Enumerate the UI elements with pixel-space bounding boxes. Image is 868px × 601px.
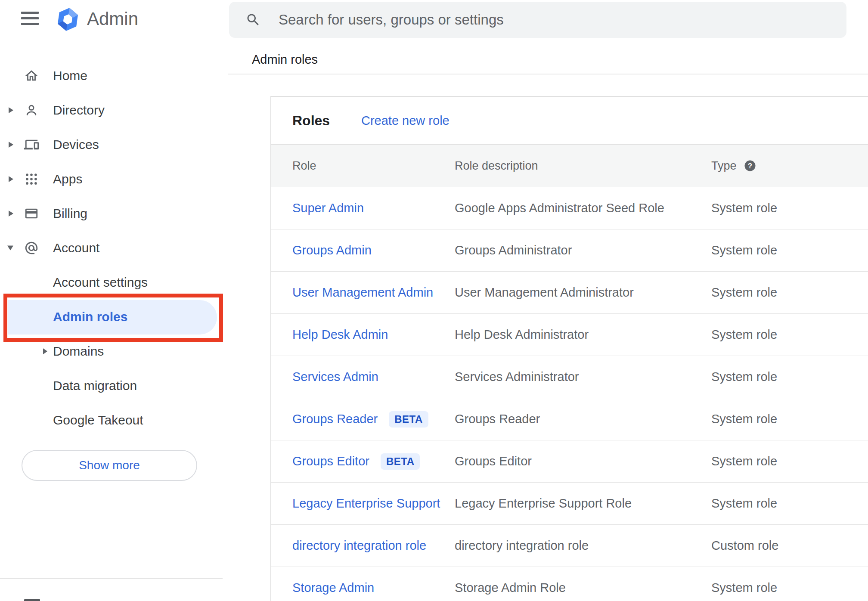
expand-right-arrow-icon <box>9 142 13 148</box>
create-new-role-link[interactable]: Create new role <box>361 114 450 128</box>
role-link[interactable]: Super Admin <box>292 201 364 215</box>
role-type: System role <box>711 328 777 342</box>
sidebar-nav: Home Directory Devices <box>0 59 223 437</box>
sidebar-item-label: Data migration <box>53 378 137 393</box>
card-header: Roles Create new role <box>271 97 868 144</box>
sidebar-item-label: Apps <box>53 172 82 186</box>
table-row: Groups Editor BETA Groups Editor System … <box>271 440 868 483</box>
table-row: directory integration role directory int… <box>271 525 868 567</box>
role-type: System role <box>711 285 777 300</box>
role-description: Storage Admin Role <box>455 581 566 595</box>
role-link[interactable]: Storage Admin <box>292 581 374 595</box>
expand-right-arrow-icon <box>43 348 47 354</box>
table-body: Super Admin Google Apps Administrator Se… <box>271 187 868 601</box>
role-link[interactable]: Services Admin <box>292 370 378 384</box>
role-description: Groups Reader <box>455 412 540 426</box>
content-divider <box>228 74 868 74</box>
sidebar-item-label: Account <box>53 241 99 255</box>
svg-text:?: ? <box>747 162 752 170</box>
beta-badge: BETA <box>389 411 428 428</box>
sidebar-item-devices[interactable]: Devices <box>0 127 223 162</box>
sidebar-item-google-takeout[interactable]: Google Takeout <box>0 403 223 437</box>
sidebar-item-directory[interactable]: Directory <box>0 93 223 127</box>
role-type: System role <box>711 243 777 257</box>
credit-card-icon <box>24 206 39 221</box>
role-link[interactable]: Help Desk Admin <box>292 328 388 342</box>
admin-logo-icon <box>57 8 79 31</box>
column-header-type: Type ? <box>711 159 868 173</box>
role-link[interactable]: directory integration role <box>292 539 426 553</box>
at-sign-icon <box>24 241 39 255</box>
sidebar-item-data-migration[interactable]: Data migration <box>0 369 223 403</box>
table-row: Help Desk Admin Help Desk Administrator … <box>271 314 868 356</box>
sidebar-item-billing[interactable]: Billing <box>0 196 223 231</box>
expand-right-arrow-icon <box>9 107 13 113</box>
sidebar-item-account-settings[interactable]: Account settings <box>0 265 223 300</box>
table-row: Groups Reader BETA Groups Reader System … <box>271 398 868 440</box>
role-type: System role <box>711 370 777 384</box>
collapse-down-arrow-icon <box>7 246 13 251</box>
devices-icon <box>24 137 39 152</box>
table-row: Super Admin Google Apps Administrator Se… <box>271 187 868 229</box>
role-type: System role <box>711 412 777 426</box>
sidebar-item-domains[interactable]: Domains <box>0 334 223 369</box>
role-type: System role <box>711 201 777 215</box>
table-row: Storage Admin Storage Admin Role System … <box>271 567 868 601</box>
role-link[interactable]: Groups Reader <box>292 412 378 426</box>
role-description: Google Apps Administrator Seed Role <box>455 201 664 215</box>
role-type: Custom role <box>711 539 778 553</box>
table-header-row: Role Role description Type ? <box>271 144 868 187</box>
role-description: Help Desk Administrator <box>455 328 589 341</box>
sidebar-item-label: Devices <box>53 137 99 152</box>
role-description: User Management Administrator <box>455 285 634 299</box>
table-row: User Management Admin User Management Ad… <box>271 272 868 314</box>
role-link[interactable]: Legacy Enterprise Support <box>292 496 440 511</box>
sidebar-item-account[interactable]: Account <box>0 231 223 265</box>
role-link[interactable]: User Management Admin <box>292 285 433 300</box>
sidebar-item-apps[interactable]: Apps <box>0 162 223 196</box>
card-title: Roles <box>292 113 330 129</box>
table-row: Groups Admin Groups Administrator System… <box>271 229 868 272</box>
role-description: Groups Administrator <box>455 243 572 257</box>
menu-icon[interactable] <box>21 12 39 25</box>
search-bar[interactable] <box>229 2 846 38</box>
person-icon <box>24 103 39 118</box>
column-header-role-description: Role description <box>455 159 711 173</box>
sidebar-item-label: Admin roles <box>53 310 127 324</box>
roles-card: Roles Create new role Role Role descript… <box>270 96 868 601</box>
role-description: Legacy Enterprise Support Role <box>455 496 632 510</box>
table-row: Services Admin Services Administrator Sy… <box>271 356 868 398</box>
role-description: Services Administrator <box>455 370 579 384</box>
sidebar-item-admin-roles[interactable]: Admin roles <box>0 300 223 334</box>
sidebar-item-label: Account settings <box>53 275 148 290</box>
sidebar-item-label: Domains <box>53 344 104 359</box>
home-icon <box>24 68 39 83</box>
beta-badge: BETA <box>381 453 420 470</box>
help-icon[interactable]: ? <box>744 159 756 172</box>
apps-grid-icon <box>24 172 39 186</box>
role-link[interactable]: Groups Admin <box>292 243 372 257</box>
breadcrumb: Admin roles <box>252 45 318 74</box>
show-more-button[interactable]: Show more <box>22 450 197 481</box>
table-row: Legacy Enterprise Support Legacy Enterpr… <box>271 483 868 525</box>
search-input[interactable] <box>229 2 846 38</box>
column-header-role: Role <box>271 159 455 173</box>
role-link[interactable]: Groups Editor <box>292 454 369 468</box>
role-description: directory integration role <box>455 539 589 552</box>
sidebar-item-home[interactable]: Home <box>0 59 223 93</box>
role-type: System role <box>711 454 777 468</box>
role-type: System role <box>711 496 777 511</box>
role-type: System role <box>711 581 777 595</box>
sidebar-item-label: Billing <box>53 206 87 221</box>
sidebar: Admin Home Directory Devices <box>0 0 223 601</box>
app-title: Admin <box>87 0 138 38</box>
role-description: Groups Editor <box>455 454 532 468</box>
partial-footer-icon <box>24 599 40 601</box>
expand-right-arrow-icon <box>9 176 13 182</box>
sidebar-item-label: Home <box>53 68 87 83</box>
sidebar-item-label: Google Takeout <box>53 413 143 428</box>
sidebar-item-label: Directory <box>53 103 105 118</box>
expand-right-arrow-icon <box>9 211 13 217</box>
sidebar-divider <box>0 578 223 579</box>
